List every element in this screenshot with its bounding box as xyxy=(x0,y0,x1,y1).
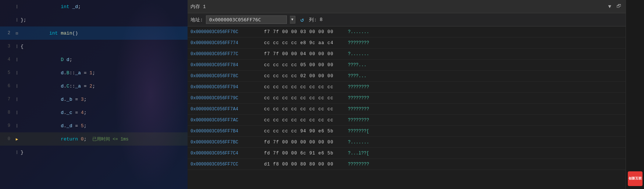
line-num-db: 7 xyxy=(3,97,10,102)
titlebar-icons: ▼ 🗗 xyxy=(607,3,623,10)
code-panel: | int _d; | }; 2 ⊟ int main() xyxy=(0,0,188,189)
mem-row-8: 0x0000003C056FF7AC cc cc cc cc cc cc cc … xyxy=(188,115,626,126)
mem-ascii-12: ???????? xyxy=(348,162,369,167)
mem-row-2: 0x0000003C056FF77C f7 7f 00 00 04 00 00 … xyxy=(188,49,626,60)
line-num-main: 2 xyxy=(3,31,10,36)
refresh-button[interactable]: ↺ xyxy=(298,15,306,24)
mem-ascii-5: ???????? xyxy=(348,85,369,90)
mem-ascii-3: ????... xyxy=(348,63,366,68)
mem-ascii-4: ????... xyxy=(348,74,366,79)
address-input[interactable] xyxy=(206,15,287,24)
mem-row-10: 0x0000003C056FF7BC fd 7f 00 00 00 00 00 … xyxy=(188,137,626,148)
mem-bytes-2: f7 7f 00 00 04 00 00 00 xyxy=(264,51,345,57)
line-gutter-Dd: | xyxy=(13,57,21,62)
code-text-return: return 0; 已用时间 <= 1ms xyxy=(21,131,128,148)
mem-row-1: 0x0000003C056FF774 cc cc cc cc e8 9c aa … xyxy=(188,38,626,49)
mem-bytes-8: cc cc cc cc cc cc cc cc xyxy=(264,118,345,123)
mem-addr-9: 0x0000003C056FF7B4 xyxy=(191,129,264,134)
line-gutter-2: | xyxy=(13,18,21,22)
mem-addr-6: 0x0000003C056FF79C xyxy=(191,96,264,101)
code-line-endbrace: | } xyxy=(0,146,188,159)
mem-row-6: 0x0000003C056FF79C cc cc cc cc cc cc cc … xyxy=(188,93,626,104)
code-text-1: int _d; xyxy=(21,0,81,15)
memory-titlebar: 内存 1 ▼ 🗗 xyxy=(188,0,626,13)
mem-ascii-11: ?...l??[ xyxy=(348,151,369,156)
column-value: 8 xyxy=(320,17,323,22)
mem-addr-2: 0x0000003C056FF77C xyxy=(191,51,264,57)
mem-row-11: 0x0000003C056FF7C4 fd 7f 00 00 6c 91 e6 … xyxy=(188,148,626,159)
mem-row-5: 0x0000003C056FF794 cc cc cc cc cc cc cc … xyxy=(188,82,626,93)
code-line-1: | int _d; xyxy=(0,0,188,13)
mem-row-4: 0x0000003C056FF78C cc cc cc cc 02 00 00 … xyxy=(188,71,626,82)
mem-row-0: 0x0000003C056FF76C f7 7f 00 00 03 00 00 … xyxy=(188,26,626,38)
line-gutter-dBa: | xyxy=(13,71,21,75)
brand-line1: 创新 xyxy=(629,177,635,181)
line-gutter-dc: | xyxy=(13,110,21,115)
mem-ascii-7: ???????? xyxy=(348,107,369,112)
mem-bytes-5: cc cc cc cc cc cc cc cc xyxy=(264,85,345,90)
mem-ascii-0: ?....... xyxy=(348,29,369,35)
code-text-2: }; xyxy=(21,17,26,23)
code-text-endbrace: } xyxy=(21,150,24,155)
mem-row-7: 0x0000003C056FF7A4 cc cc cc cc cc cc cc … xyxy=(188,104,626,115)
mem-bytes-4: cc cc cc cc 02 00 00 00 xyxy=(264,74,345,79)
code-line-return: 0 ▶ return 0; 已用时间 <= 1ms xyxy=(0,132,188,146)
code-lines: | int _d; | }; 2 ⊟ int main() xyxy=(0,0,188,159)
mem-bytes-0: f7 7f 00 00 03 00 00 00 xyxy=(264,29,345,35)
main-container: | int _d; | }; 2 ⊟ int main() xyxy=(0,0,644,189)
window-restore-icon[interactable]: 🗗 xyxy=(615,3,623,10)
brand-panel: 创新 互联 xyxy=(626,0,644,189)
mem-bytes-10: fd 7f 00 00 00 00 00 00 xyxy=(264,140,345,145)
mem-ascii-9: ???????[ xyxy=(348,129,369,134)
mem-addr-4: 0x0000003C056FF78C xyxy=(191,74,264,79)
line-num-brace: 3 xyxy=(3,44,10,49)
mem-bytes-6: cc cc cc cc cc cc cc cc xyxy=(264,96,345,101)
memory-panel: 内存 1 ▼ 🗗 地址: ▼ ↺ 列: 8 0x0000003C056FF76C… xyxy=(188,0,626,189)
address-dropdown-btn[interactable]: ▼ xyxy=(290,16,295,24)
mem-ascii-2: ?....... xyxy=(348,51,369,57)
mem-ascii-6: ???????? xyxy=(348,96,369,101)
dropdown-arrow-icon[interactable]: ▼ xyxy=(607,3,613,10)
mem-bytes-9: cc cc cc cc 94 90 e6 5b xyxy=(264,129,345,134)
line-gutter-db: | xyxy=(13,97,21,101)
mem-addr-11: 0x0000003C056FF7C4 xyxy=(191,151,264,156)
mem-addr-1: 0x0000003C056FF774 xyxy=(191,40,264,46)
mem-row-12: 0x0000003C056FF7CC d1 f8 00 00 80 80 00 … xyxy=(188,159,626,170)
brand-logo: 创新 互联 xyxy=(628,171,643,186)
line-gutter-endbrace: | xyxy=(13,150,21,154)
line-num-dd: 9 xyxy=(3,123,10,128)
mem-row-9: 0x0000003C056FF7B4 cc cc cc cc 94 90 e6 … xyxy=(188,126,626,137)
memory-toolbar: 地址: ▼ ↺ 列: 8 xyxy=(188,13,626,26)
line-gutter-1: | xyxy=(13,4,21,9)
mem-addr-7: 0x0000003C056FF7A4 xyxy=(191,107,264,112)
mem-ascii-10: ?....... xyxy=(348,140,369,145)
line-gutter-dCa: | xyxy=(13,84,21,88)
line-gutter-dd: | xyxy=(13,124,21,128)
address-label: 地址: xyxy=(191,17,203,23)
line-num-return: 0 xyxy=(3,136,10,142)
mem-addr-8: 0x0000003C056FF7AC xyxy=(191,118,264,123)
line-gutter-brace: | xyxy=(13,44,21,49)
mem-ascii-8: ???????? xyxy=(348,118,369,123)
memory-content: 0x0000003C056FF76C f7 7f 00 00 03 00 00 … xyxy=(188,26,626,189)
mem-addr-5: 0x0000003C056FF794 xyxy=(191,85,264,90)
line-num-Dd: 4 xyxy=(3,57,10,62)
line-num-dc: 8 xyxy=(3,110,10,115)
mem-addr-3: 0x0000003C056FF784 xyxy=(191,63,264,68)
brand-line2: 互联 xyxy=(635,177,642,181)
code-text-main: int main() xyxy=(21,25,78,42)
line-gutter-main[interactable]: ⊟ xyxy=(13,31,21,36)
column-label: 列: xyxy=(309,17,317,23)
code-text-brace: { xyxy=(21,44,24,49)
mem-addr-10: 0x0000003C056FF7BC xyxy=(191,140,264,145)
mem-bytes-7: cc cc cc cc cc cc cc cc xyxy=(264,107,345,112)
mem-addr-0: 0x0000003C056FF76C xyxy=(191,29,264,35)
mem-addr-12: 0x0000003C056FF7CC xyxy=(191,162,264,167)
mem-bytes-11: fd 7f 00 00 6c 91 e6 5b xyxy=(264,151,345,156)
code-line-main: 2 ⊟ int main() xyxy=(0,26,188,40)
mem-row-3: 0x0000003C056FF784 cc cc cc cc 05 00 00 … xyxy=(188,60,626,71)
memory-title: 内存 1 xyxy=(191,3,607,10)
mem-bytes-3: cc cc cc cc 05 00 00 00 xyxy=(264,63,345,68)
mem-bytes-12: d1 f8 00 00 80 80 00 00 xyxy=(264,162,345,167)
line-num-dCa: 6 xyxy=(3,83,10,89)
